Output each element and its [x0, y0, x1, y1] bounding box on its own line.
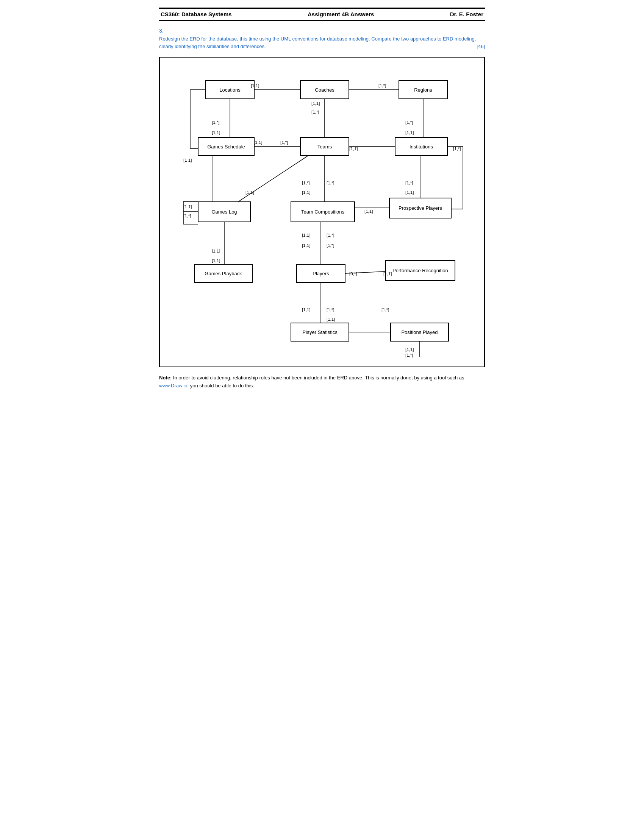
entity-player_statistics: Player Statistics	[291, 323, 349, 341]
multiplicity-label-17: [1,*]	[184, 214, 191, 218]
multiplicity-label-18: [1,1]	[364, 209, 373, 214]
multiplicity-label-20: [1,1]	[405, 190, 414, 195]
entity-institutions: Institutions	[395, 137, 448, 156]
multiplicity-label-10: [1,*]	[453, 146, 460, 151]
erd-diagram: LocationsCoachesRegionsGames ScheduleTea…	[159, 57, 485, 367]
header-title: Assignment 4B Answers	[308, 11, 374, 18]
entity-locations: Locations	[205, 80, 254, 99]
multiplicity-label-11: [1,1]	[349, 146, 357, 151]
entity-team_compositions: Team Compositions	[291, 201, 355, 222]
entity-games_log: Games Log	[198, 201, 251, 222]
note-end: , you should be able to do this.	[187, 383, 254, 389]
multiplicity-label-26: [1,*]	[327, 243, 334, 248]
multiplicity-label-28: [1,1]	[383, 272, 392, 276]
multiplicity-label-34: [1,*]	[405, 353, 413, 357]
multiplicity-label-33: [1,1]	[405, 347, 414, 352]
entity-regions: Regions	[399, 80, 448, 99]
multiplicity-label-8: [1,*]	[405, 120, 413, 125]
question-text: Redesign the ERD for the database, this …	[159, 35, 485, 50]
multiplicity-label-1: [1,*]	[212, 120, 219, 125]
multiplicity-label-9: [1,1]	[405, 130, 414, 135]
question-section: 3. Redesign the ERD for the database, th…	[159, 27, 485, 50]
multiplicity-label-12: [1,*]	[302, 181, 309, 185]
header-course: CS360: Database Systems	[161, 11, 232, 18]
note-text: In order to avoid cluttering, relationsh…	[172, 375, 464, 381]
multiplicity-label-6: [1,*]	[311, 110, 319, 114]
question-number: 3.	[159, 27, 485, 34]
entity-coaches: Coaches	[300, 80, 349, 99]
multiplicity-label-21: [1,1]	[212, 249, 220, 253]
entity-prospective_players: Prospective Players	[389, 198, 452, 219]
multiplicity-label-5: [1,1]	[311, 101, 320, 106]
note-bold: Note:	[159, 375, 172, 381]
multiplicity-label-19: [1,*]	[405, 181, 413, 185]
multiplicity-label-29: [1,1]	[302, 307, 310, 312]
header-author: Dr. E. Foster	[450, 11, 483, 18]
multiplicity-label-0: [1,1]	[251, 83, 259, 88]
entity-performance_recognition: Performance Recognition	[385, 260, 456, 281]
entity-games_schedule: Games Schedule	[198, 137, 254, 156]
multiplicity-label-31: [1,1]	[327, 317, 335, 322]
multiplicity-label-13: [1,*]	[327, 181, 334, 185]
entity-games_playback: Games Playback	[194, 264, 253, 283]
note-section: Note: In order to avoid cluttering, rela…	[159, 374, 485, 390]
entity-teams: Teams	[300, 137, 349, 156]
entity-players: Players	[296, 264, 346, 283]
multiplicity-label-35: [1 1]	[184, 158, 192, 162]
draw-io-link[interactable]: www.Draw.io	[159, 383, 187, 389]
multiplicity-label-30: [1,*]	[327, 307, 334, 312]
multiplicity-label-3: [1,1]	[254, 140, 262, 145]
multiplicity-label-16: [1 1]	[184, 204, 192, 209]
page-header: CS360: Database Systems Assignment 4B An…	[159, 8, 485, 21]
multiplicity-label-2: [1,1]	[212, 130, 220, 135]
multiplicity-label-27: [0,*]	[349, 272, 357, 276]
multiplicity-label-15: [1,1]	[245, 190, 254, 195]
multiplicity-label-24: [1,*]	[327, 233, 334, 237]
multiplicity-label-32: [1,*]	[382, 307, 389, 312]
multiplicity-label-14: [1,1]	[302, 190, 310, 195]
multiplicity-label-23: [1,1]	[302, 233, 310, 237]
entity-positions_played: Positions Played	[390, 323, 449, 341]
multiplicity-label-7: [1,*]	[378, 83, 386, 88]
multiplicity-label-4: [1,*]	[280, 140, 288, 145]
multiplicity-label-25: [1,1]	[302, 243, 310, 248]
multiplicity-label-22: [1,1]	[212, 258, 220, 263]
